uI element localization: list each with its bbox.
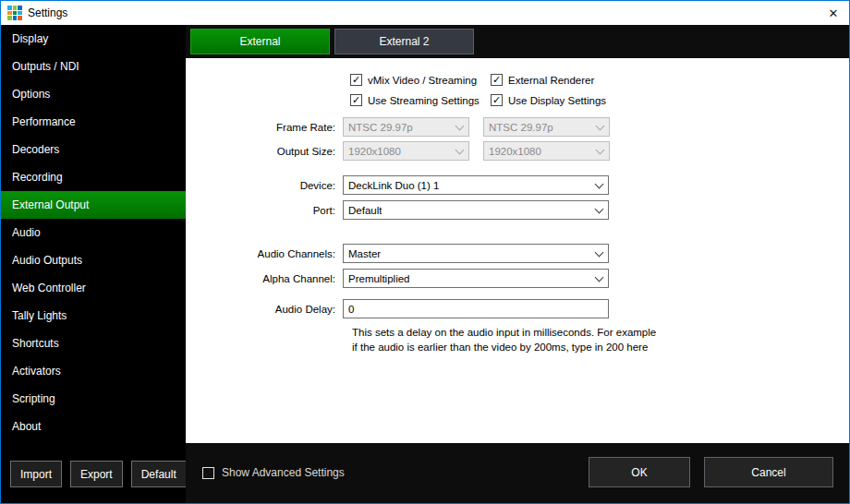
port-label: Port: [186, 205, 343, 216]
settings-panel: vMix Video / Streaming External Renderer… [186, 58, 849, 443]
sidebar-item-recording[interactable]: Recording [1, 163, 186, 191]
port-row: Port: Default [186, 200, 849, 220]
sidebar-item-audio[interactable]: Audio [1, 219, 186, 246]
frame-rate-select-2: NTSC 29.97p [483, 117, 610, 137]
sidebar-item-decoders[interactable]: Decoders [1, 136, 186, 163]
tab-bar: External External 2 [190, 29, 474, 54]
export-button[interactable]: Export [70, 461, 123, 487]
port-select[interactable]: Default [343, 200, 609, 220]
chevron-down-icon [596, 123, 604, 131]
checkbox-label: Use Display Settings [508, 95, 606, 106]
frame-rate-select-1: NTSC 29.97p [343, 117, 469, 137]
show-advanced-label: Show Advanced Settings [222, 466, 345, 479]
audio-delay-row: Audio Delay: [186, 299, 849, 318]
device-label: Device: [186, 180, 343, 191]
vmix-logo-icon [7, 6, 22, 20]
sidebar-buttons: Import Export Default [10, 461, 187, 487]
checkbox-checked-icon [491, 94, 503, 106]
checkbox-label: Use Streaming Settings [368, 95, 480, 106]
audio-channels-select[interactable]: Master [343, 244, 609, 263]
alpha-channel-row: Alpha Channel: Premultiplied [186, 269, 849, 288]
ok-button[interactable]: OK [589, 457, 690, 487]
close-icon[interactable]: ✕ [818, 1, 849, 25]
tab-external-2[interactable]: External 2 [334, 29, 474, 54]
frame-rate-row: Frame Rate: NTSC 29.97p NTSC 29.97p [186, 117, 849, 137]
chevron-down-icon [595, 206, 603, 214]
checkbox-label: External Renderer [508, 75, 594, 86]
sidebar-item-performance[interactable]: Performance [1, 108, 186, 136]
output-size-row: Output Size: 1920x1080 1920x1080 [186, 141, 849, 161]
tab-external[interactable]: External [190, 29, 330, 54]
checkbox-unchecked-icon [202, 467, 214, 479]
settings-window: Settings ✕ Display Outputs / NDI Options… [0, 0, 850, 504]
sidebar: Display Outputs / NDI Options Performanc… [1, 25, 186, 503]
sidebar-item-activators[interactable]: Activators [1, 357, 186, 385]
device-select[interactable]: DeckLink Duo (1) 1 [343, 175, 609, 195]
checkbox-checked-icon [350, 74, 362, 86]
checkbox-show-advanced-settings[interactable]: Show Advanced Settings [202, 466, 345, 479]
checkbox-use-display-settings[interactable]: Use Display Settings [491, 94, 606, 106]
device-row: Device: DeckLink Duo (1) 1 [186, 175, 849, 195]
sidebar-item-about[interactable]: About [1, 413, 186, 440]
audio-delay-input[interactable] [343, 299, 609, 318]
audio-channels-label: Audio Channels: [186, 248, 343, 259]
import-button[interactable]: Import [10, 461, 62, 487]
alpha-channel-label: Alpha Channel: [186, 273, 343, 284]
output-size-label: Output Size: [186, 146, 343, 157]
titlebar: Settings ✕ [1, 1, 849, 25]
checkbox-use-streaming-settings[interactable]: Use Streaming Settings [350, 94, 491, 106]
audio-channels-row: Audio Channels: Master [186, 244, 849, 263]
checkbox-checked-icon [491, 74, 503, 86]
checkbox-vmix-video-streaming[interactable]: vMix Video / Streaming [350, 74, 491, 86]
sidebar-item-tally-lights[interactable]: Tally Lights [1, 302, 186, 330]
sidebar-item-web-controller[interactable]: Web Controller [1, 274, 186, 302]
alpha-channel-select[interactable]: Premultiplied [343, 269, 609, 288]
audio-delay-help-text: This sets a delay on the audio input in … [352, 326, 659, 354]
chevron-down-icon [455, 147, 464, 155]
chevron-down-icon [595, 274, 603, 282]
sidebar-item-audio-outputs[interactable]: Audio Outputs [1, 246, 186, 274]
sidebar-item-display[interactable]: Display [1, 25, 186, 53]
audio-delay-label: Audio Delay: [186, 304, 343, 315]
chevron-down-icon [595, 181, 603, 189]
output-size-select-2: 1920x1080 [483, 141, 610, 161]
sidebar-item-external-output[interactable]: External Output [1, 191, 186, 219]
sidebar-item-options[interactable]: Options [1, 80, 186, 108]
checkbox-row-2: Use Streaming Settings Use Display Setti… [350, 94, 849, 106]
frame-rate-label: Frame Rate: [186, 122, 343, 133]
output-size-select-1: 1920x1080 [343, 141, 469, 161]
checkbox-checked-icon [350, 94, 362, 106]
chevron-down-icon [455, 123, 464, 131]
main-area: External External 2 vMix Video / Streami… [186, 25, 849, 503]
chevron-down-icon [595, 249, 603, 258]
sidebar-item-scripting[interactable]: Scripting [1, 385, 186, 413]
cancel-button[interactable]: Cancel [704, 457, 833, 487]
checkbox-label: vMix Video / Streaming [368, 75, 477, 86]
sidebar-item-outputs-ndi[interactable]: Outputs / NDI [1, 53, 186, 80]
checkbox-row-1: vMix Video / Streaming External Renderer [350, 74, 849, 86]
checkbox-external-renderer[interactable]: External Renderer [491, 74, 594, 86]
window-title: Settings [28, 6, 67, 19]
default-button[interactable]: Default [131, 461, 187, 487]
sidebar-item-shortcuts[interactable]: Shortcuts [1, 330, 186, 357]
chevron-down-icon [596, 147, 604, 155]
